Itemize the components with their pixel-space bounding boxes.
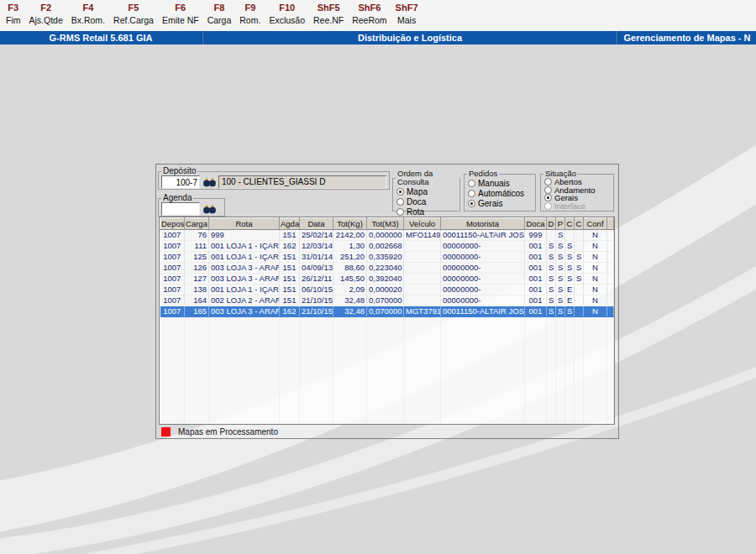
column-header-tot-kg[interactable]: Tot(Kg) xyxy=(333,218,367,230)
agenda-search-button[interactable] xyxy=(202,203,217,216)
radio-option-gerais[interactable]: Gerais xyxy=(468,198,532,208)
toolbar-item-rom[interactable]: F9Rom. xyxy=(238,3,262,26)
grid-cell xyxy=(404,339,441,350)
column-header-carga[interactable]: Carga xyxy=(185,218,209,230)
grid-cell xyxy=(367,350,404,361)
grid-cell xyxy=(525,383,547,394)
deposito-code-input[interactable] xyxy=(161,175,200,189)
agenda-input[interactable] xyxy=(161,202,200,216)
agenda-field-row xyxy=(159,202,224,217)
grid-cell xyxy=(404,361,441,372)
toolbar-item-carga[interactable]: F8Carga xyxy=(206,3,234,26)
grid-cell: S xyxy=(547,263,556,274)
grid-row[interactable]: 1007127003 LOJA 3 - ARAR/15126/12/11145,… xyxy=(160,274,614,285)
column-header-veiculo[interactable]: Veículo xyxy=(404,218,441,230)
grid-cell xyxy=(367,405,404,416)
grid-row[interactable]: 1007111001 LOJA 1 - IÇARA16212/03/141,30… xyxy=(160,241,614,252)
column-header-doca[interactable]: Doca xyxy=(525,218,547,230)
grid-cell: 25/02/14 xyxy=(300,230,333,241)
grid-row[interactable]: 10077699915125/02/142142,000,000000MFO11… xyxy=(160,230,614,241)
column-header-conf[interactable]: Conf xyxy=(584,218,607,230)
grid-cell xyxy=(185,383,209,394)
column-header-c[interactable]: C xyxy=(575,218,584,230)
grid-cell: 2142,00 xyxy=(333,230,367,241)
grid-cell: S xyxy=(556,306,565,317)
grid-cell xyxy=(441,350,525,361)
column-header-c[interactable]: C xyxy=(565,218,575,230)
grid-cell xyxy=(209,339,280,350)
deposito-search-button[interactable] xyxy=(202,176,217,189)
grid-row[interactable]: 1007138001 LOJA 1 - IÇARA15106/10/152,09… xyxy=(160,285,614,295)
grid-cell: 88,60 xyxy=(333,263,367,274)
grid-cell xyxy=(185,350,209,361)
grid-cell xyxy=(404,263,441,274)
grid-row[interactable]: 1007126003 LOJA 3 - ARAR/15104/09/1388,6… xyxy=(160,263,614,274)
toolbar-item-fim[interactable]: F3Fim xyxy=(4,3,23,26)
grid-cell: 001 xyxy=(525,252,547,263)
toolbar-item-label: Bx.Rom. xyxy=(71,15,105,26)
toolbar-item-ree-nf[interactable]: ShF5Ree.NF xyxy=(312,3,345,26)
grid-row[interactable]: 1007125001 LOJA 1 - IÇARA15131/01/14251,… xyxy=(160,252,614,263)
grid-row[interactable]: 1007164002 LOJA 2 - ARAR/15121/10/1532,4… xyxy=(160,295,614,306)
radio-option-automaticos[interactable]: Automáticos xyxy=(468,188,532,198)
grid-empty-row xyxy=(160,416,614,426)
grid-cell: 151 xyxy=(280,230,300,241)
toolbar-item-ajs-qtde[interactable]: F2Ajs.Qtde xyxy=(28,3,65,26)
column-header-agda[interactable]: Agda xyxy=(280,218,300,230)
grid-cell xyxy=(300,339,333,350)
grid-cell: 125 xyxy=(185,252,209,263)
grid-cell: 001 xyxy=(525,241,547,252)
radio-option-interface: Interface xyxy=(544,202,610,211)
column-header-d[interactable]: D xyxy=(547,218,556,230)
grid-cell xyxy=(441,361,525,372)
grid-cell: 00000000- xyxy=(441,295,525,306)
grid-cell xyxy=(575,394,584,405)
column-header-motorista[interactable]: Motorista xyxy=(441,218,525,230)
radio-option-mapa[interactable]: Mapa xyxy=(396,186,456,196)
toolbar-item-exclusao[interactable]: F10Exclusão xyxy=(267,3,307,26)
grid-cell xyxy=(209,416,280,426)
toolbar-item-mais[interactable]: ShF7Mais xyxy=(394,3,420,26)
grid-cell xyxy=(404,383,441,394)
grid-cell xyxy=(575,350,584,361)
grid-row[interactable]: 1007165003 LOJA 3 - ARAR/16221/10/1532,4… xyxy=(160,306,614,317)
grid-cell xyxy=(333,383,367,394)
grid-cell xyxy=(333,350,367,361)
grid-cell xyxy=(209,361,280,372)
deposito-label: Depósito xyxy=(161,167,197,175)
grid-cell: 165 xyxy=(185,306,209,317)
column-header-data[interactable]: Data xyxy=(300,218,333,230)
grid-cell xyxy=(300,405,333,416)
grid-cell xyxy=(565,317,575,328)
column-header-p[interactable]: P xyxy=(556,218,565,230)
grid-cell xyxy=(280,350,300,361)
titlebar-screen-name: Gerenciamento de Mapas - N xyxy=(618,31,756,44)
grid-cell: S xyxy=(575,263,584,274)
toolbar-item-key: F4 xyxy=(82,3,93,13)
column-header-rota[interactable]: Rota xyxy=(209,218,280,230)
radio-button-icon xyxy=(468,180,475,187)
toolbar-item-bx-rom[interactable]: F4Bx.Rom. xyxy=(70,3,107,26)
grid-cell xyxy=(404,394,441,405)
toolbar-item-key: F10 xyxy=(279,3,295,13)
column-header-depos[interactable]: Depos xyxy=(160,218,185,230)
toolbar-item-key: F2 xyxy=(40,3,51,13)
toolbar-item-emite-nf[interactable]: F6Emite NF xyxy=(160,3,201,26)
grid-cell: 151 xyxy=(280,263,300,274)
radio-option-doca[interactable]: Doca xyxy=(396,196,456,206)
grid-cell xyxy=(565,361,575,372)
radio-option-rota[interactable]: Rota xyxy=(396,206,456,217)
grid-cell xyxy=(160,317,185,328)
grid-cell: S xyxy=(547,274,556,285)
toolbar-item-label: Ajs.Qtde xyxy=(29,15,63,26)
radio-option-manuais[interactable]: Manuais xyxy=(468,178,532,188)
toolbar-item-key: F6 xyxy=(175,3,186,13)
toolbar-item-ref-carga[interactable]: F5Ref.Carga xyxy=(112,3,155,26)
grid-cell xyxy=(280,339,300,350)
grid-cell xyxy=(565,350,575,361)
grid-cell xyxy=(367,372,404,383)
column-header-tot-m3[interactable]: Tot(M3) xyxy=(367,218,404,230)
toolbar-item-reerom[interactable]: ShF6ReeRom xyxy=(350,3,388,26)
grid-cell xyxy=(367,339,404,350)
grid-cell: 06/10/15 xyxy=(300,285,333,295)
